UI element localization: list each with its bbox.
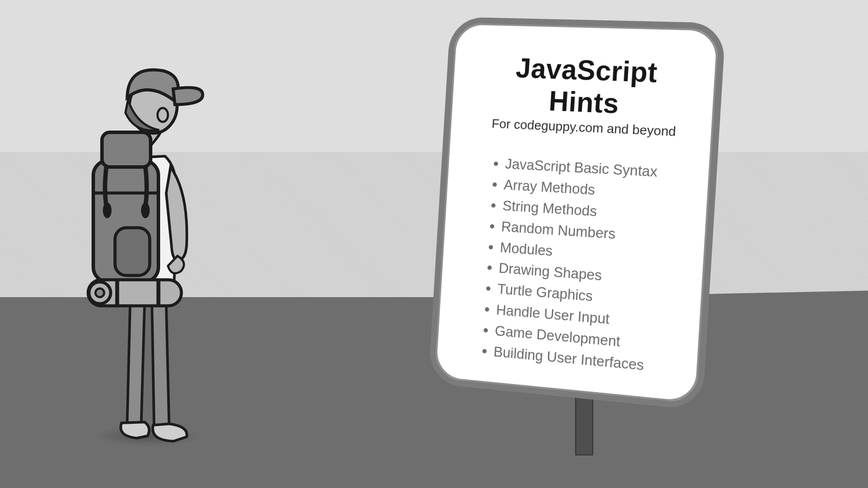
- hiker-icon: [76, 59, 224, 453]
- svg-point-3: [103, 203, 112, 218]
- sign-topic-list: JavaScript Basic Syntax Array Methods St…: [464, 154, 688, 378]
- svg-point-9: [158, 108, 168, 122]
- sign-title: JavaScript Hints: [479, 51, 695, 123]
- hiker-illustration: [76, 59, 224, 453]
- svg-point-7: [95, 288, 104, 297]
- svg-rect-2: [115, 228, 150, 275]
- sign-board: JavaScript Hints For codeguppy.com and b…: [428, 17, 726, 411]
- sign-board-wrap: JavaScript Hints For codeguppy.com and b…: [423, 11, 723, 405]
- scene: JavaScript Hints For codeguppy.com and b…: [0, 0, 868, 488]
- svg-rect-1: [102, 132, 151, 167]
- svg-point-4: [141, 203, 150, 218]
